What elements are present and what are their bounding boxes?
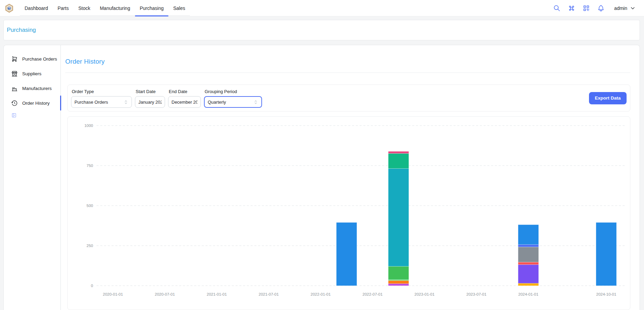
end-date-input[interactable] (168, 96, 201, 108)
x-axis-tick: 2022-01-01 (311, 292, 331, 296)
qrcode-button[interactable] (582, 4, 590, 12)
x-axis-tick: 2023-07-01 (466, 292, 487, 296)
tab-label: Sales (173, 5, 185, 11)
sidebar-collapse-icon (11, 113, 17, 118)
sidebar-item-suppliers[interactable]: Suppliers (4, 67, 60, 80)
sidebar-collapse-button[interactable] (11, 113, 17, 118)
sidebar-item-purchase-orders[interactable]: Purchase Orders (4, 53, 60, 65)
sidebar-item-order-history[interactable]: Order History (4, 97, 60, 109)
bell-icon (597, 4, 605, 12)
grouping-period-select[interactable]: Quarterly (204, 96, 262, 108)
chart-bar-segment[interactable] (518, 264, 539, 283)
qrcode-icon (583, 4, 590, 12)
order-type-select[interactable]: Purchase Orders (71, 96, 132, 108)
order-type-label: Order Type (72, 89, 132, 94)
tab-label: Purchasing (140, 5, 164, 11)
topbar: DashboardPartsStockManufacturingPurchasi… (0, 0, 644, 16)
chart-bar-segment[interactable] (518, 262, 539, 264)
chart-bar-segment[interactable] (518, 225, 539, 245)
tab-label: Dashboard (25, 5, 48, 11)
grouping-period-value: Quarterly (208, 100, 226, 105)
y-axis-tick: 250 (86, 244, 93, 248)
filter-order-type: Order Type Purchase Orders (71, 88, 132, 108)
breadcrumb-title[interactable]: Purchasing (7, 27, 36, 34)
chart-bar-segment[interactable] (388, 284, 409, 286)
chart-bar-segment[interactable] (388, 266, 409, 280)
chart-bar-segment[interactable] (337, 222, 357, 286)
y-axis-tick: 0 (91, 284, 93, 288)
chart-bar-segment[interactable] (388, 168, 409, 266)
tab-dashboard[interactable]: Dashboard (20, 0, 53, 16)
order-type-value: Purchase Orders (74, 100, 108, 105)
start-date-label: Start Date (136, 89, 165, 94)
topbar-actions: admin (553, 4, 636, 12)
x-axis-tick: 2024-10-01 (596, 292, 616, 296)
x-axis-tick: 2021-07-01 (259, 292, 279, 296)
breadcrumb-bar: Purchasing (3, 20, 640, 40)
chart-bar-segment[interactable] (388, 151, 409, 153)
chart-panel: 025050075010002020-01-012020-07-012021-0… (67, 116, 630, 310)
chart-bar-segment[interactable] (388, 153, 409, 168)
chart-bar-segment[interactable] (596, 222, 617, 286)
start-date-input[interactable] (135, 96, 165, 108)
y-axis-tick: 750 (86, 164, 93, 168)
command-icon (568, 4, 575, 12)
history-icon (11, 100, 18, 106)
filter-panel: Order Type Purchase Orders Start Date En… (67, 85, 630, 112)
chart-bar-segment[interactable] (518, 247, 539, 262)
search-button[interactable] (553, 4, 561, 12)
y-axis-tick: 1000 (84, 124, 93, 128)
factory-icon (11, 85, 18, 92)
content-area: Order History Order Type Purchase Orders… (61, 45, 640, 310)
tab-parts[interactable]: Parts (53, 0, 74, 16)
x-axis-tick: 2022-07-01 (362, 292, 383, 296)
title-divider (65, 73, 630, 73)
x-axis-tick: 2020-07-01 (155, 292, 175, 296)
sidebar: Purchase OrdersSuppliersManufacturersOrd… (4, 45, 61, 310)
tab-stock[interactable]: Stock (73, 0, 95, 16)
tab-label: Stock (78, 5, 90, 11)
filter-start-date: Start Date (135, 88, 165, 108)
tab-purchasing[interactable]: Purchasing (135, 0, 168, 16)
tab-label: Parts (58, 5, 69, 11)
command-button[interactable] (567, 4, 576, 12)
x-axis-tick: 2021-01-01 (207, 292, 227, 296)
chart-bar-segment[interactable] (518, 283, 539, 286)
shopping-cart-icon (11, 56, 18, 62)
chart-bar-segment[interactable] (518, 245, 539, 247)
page-title: Order History (65, 58, 630, 65)
main-panel: Purchase OrdersSuppliersManufacturersOrd… (3, 45, 640, 310)
x-axis-tick: 2024-01-01 (518, 292, 538, 296)
y-axis-tick: 500 (86, 204, 93, 208)
sidebar-item-label: Suppliers (22, 71, 41, 76)
tab-sales[interactable]: Sales (168, 0, 190, 16)
x-axis-tick: 2020-01-01 (103, 292, 123, 296)
tab-label: Manufacturing (100, 5, 130, 11)
filter-end-date: End Date (168, 88, 201, 108)
building-store-icon (11, 70, 18, 77)
end-date-label: End Date (169, 89, 201, 94)
grouping-period-label: Grouping Period (205, 89, 262, 94)
sidebar-item-label: Manufacturers (22, 86, 52, 91)
export-data-button[interactable]: Export Data (589, 92, 627, 104)
user-menu[interactable]: admin (614, 5, 636, 11)
search-icon (553, 4, 561, 12)
username: admin (614, 5, 627, 11)
sidebar-item-label: Purchase Orders (22, 56, 57, 62)
x-axis-tick: 2023-01-01 (414, 292, 435, 296)
tab-manufacturing[interactable]: Manufacturing (95, 0, 135, 16)
filter-grouping-period: Grouping Period Quarterly (204, 88, 262, 108)
sidebar-item-manufacturers[interactable]: Manufacturers (4, 82, 60, 94)
main-nav-tabs: DashboardPartsStockManufacturingPurchasi… (20, 0, 190, 16)
bell-button[interactable] (597, 4, 605, 12)
chart-bar-segment[interactable] (388, 281, 409, 284)
chevron-down-icon (630, 5, 636, 11)
sidebar-item-label: Order History (22, 101, 50, 106)
inventree-logo[interactable] (4, 3, 14, 13)
selector-icon (253, 100, 258, 105)
selector-icon (123, 100, 128, 105)
order-history-chart: 025050075010002020-01-012020-07-012021-0… (68, 117, 630, 310)
